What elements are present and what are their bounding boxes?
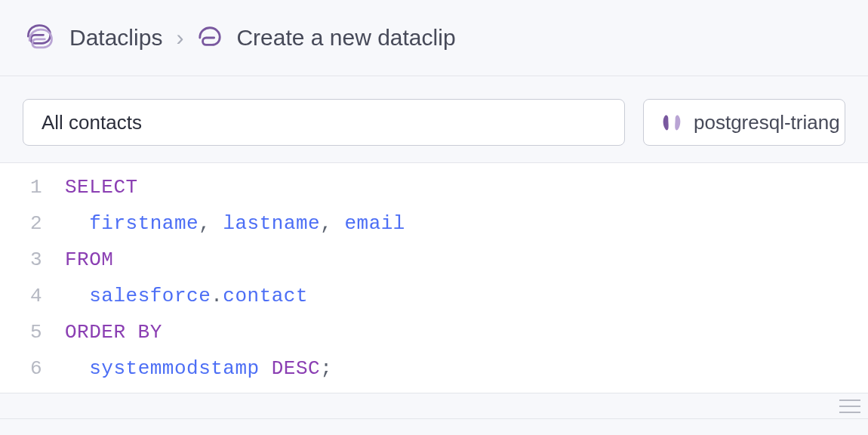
- code-content[interactable]: FROM: [65, 242, 113, 278]
- controls-bar: postgresql-triang: [0, 76, 868, 162]
- line-number: 6: [0, 350, 65, 387]
- postgres-icon: [660, 111, 683, 134]
- breadcrumb-current: Create a new dataclip: [236, 25, 455, 51]
- editor-line[interactable]: 6 systemmodstamp DESC;: [0, 350, 868, 387]
- sql-editor[interactable]: 1SELECT2 firstname, lastname, email3FROM…: [0, 162, 868, 393]
- line-number: 4: [0, 278, 65, 314]
- line-number: 2: [0, 205, 65, 242]
- code-content[interactable]: firstname, lastname, email: [65, 205, 405, 242]
- chevron-right-icon: ›: [176, 25, 183, 51]
- paperclip-icon: [197, 25, 223, 51]
- editor-line[interactable]: 2 firstname, lastname, email: [0, 205, 868, 242]
- dataclips-logo-icon: [23, 21, 56, 54]
- editor-line[interactable]: 1SELECT: [0, 169, 868, 205]
- code-content[interactable]: systemmodstamp DESC;: [65, 350, 332, 387]
- code-content[interactable]: ORDER BY: [65, 314, 162, 350]
- line-number: 1: [0, 169, 65, 205]
- breadcrumb: Dataclips › Create a new dataclip: [0, 0, 868, 76]
- editor-line[interactable]: 5ORDER BY: [0, 314, 868, 350]
- resize-handle-icon[interactable]: [839, 400, 860, 413]
- line-number: 5: [0, 314, 65, 350]
- code-content[interactable]: SELECT: [65, 169, 138, 205]
- editor-line[interactable]: 4 salesforce.contact: [0, 278, 868, 314]
- code-content[interactable]: salesforce.contact: [65, 278, 308, 314]
- datastore-label: postgresql-triang: [694, 111, 840, 134]
- line-number: 3: [0, 242, 65, 278]
- editor-bottom-bar: [0, 393, 868, 419]
- breadcrumb-parent[interactable]: Dataclips: [69, 25, 162, 51]
- editor-line[interactable]: 3FROM: [0, 242, 868, 278]
- datastore-select[interactable]: postgresql-triang: [643, 99, 845, 146]
- dataclip-name-input[interactable]: [23, 99, 625, 146]
